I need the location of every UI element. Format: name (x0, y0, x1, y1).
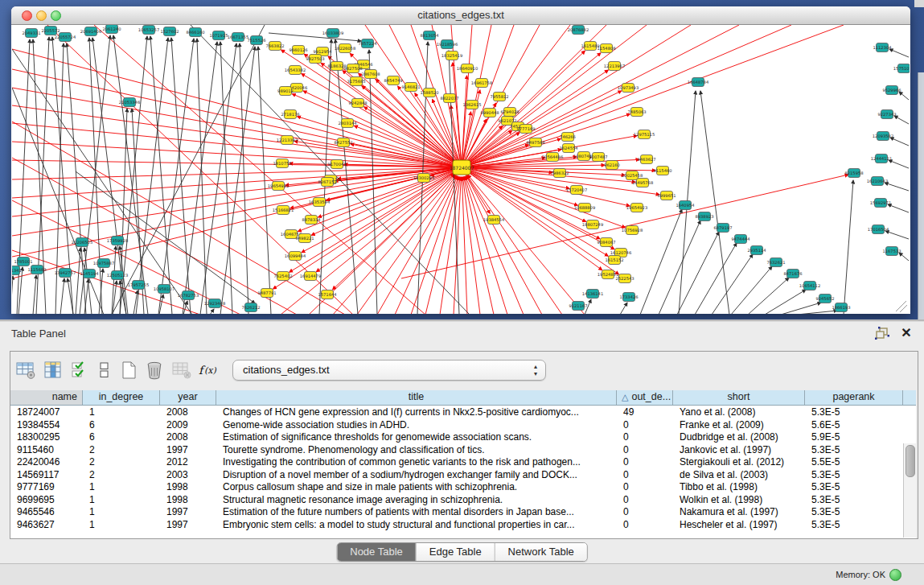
graph-node[interactable]: 1115683 (27, 266, 46, 274)
graph-node[interactable]: 2061240 (102, 25, 121, 34)
citation-edge[interactable] (677, 232, 719, 314)
graph-node[interactable]: 18807249 (582, 220, 603, 229)
column-header-in_degree[interactable]: in_degree (83, 390, 160, 405)
graph-node[interactable]: 22055724 (55, 33, 76, 42)
graph-node[interactable]: 7626212 (241, 303, 260, 312)
graph-node[interactable]: 12505123 (107, 271, 128, 280)
graph-node[interactable]: 1866193 (832, 303, 850, 312)
graph-node[interactable]: 2522543 (615, 274, 634, 283)
citation-edge[interactable] (889, 49, 909, 57)
graph-node[interactable]: 1007487 (589, 153, 607, 162)
graph-node[interactable]: 16033809 (322, 29, 343, 38)
citation-edge[interactable] (220, 42, 232, 314)
graph-node[interactable]: 17359928 (107, 237, 128, 245)
table-row[interactable]: 969969511998Structural magnetic resonanc… (10, 493, 916, 506)
citation-edge[interactable] (765, 290, 806, 314)
table-mode-icon[interactable] (15, 360, 38, 381)
graph-node[interactable]: 7955812 (490, 93, 508, 101)
graph-node[interactable]: 19654931 (268, 182, 289, 191)
citation-edge[interactable] (12, 122, 345, 314)
tab-edge-table[interactable]: Edge Table (416, 543, 495, 561)
graph-node[interactable]: 17957255 (128, 281, 149, 290)
graph-node[interactable]: 9463627 (637, 155, 655, 164)
graph-node[interactable]: 17016504 (868, 225, 889, 234)
graph-node[interactable]: 16961758 (471, 79, 492, 88)
graph-node[interactable]: 1640954 (676, 201, 695, 210)
close-panel-icon[interactable]: ✕ (898, 326, 914, 340)
graph-node[interactable]: 16782753 (178, 291, 199, 300)
graph-node[interactable]: 10688809 (574, 204, 595, 212)
resize-grip-icon[interactable] (896, 301, 906, 311)
citation-edge[interactable] (695, 243, 737, 314)
graph-node[interactable]: 8471676 (783, 270, 802, 278)
graph-node[interactable]: 9115460 (653, 167, 671, 175)
citation-edge[interactable] (269, 33, 361, 41)
citation-edge[interactable] (781, 303, 821, 314)
graph-node[interactable]: 2803144 (338, 119, 357, 128)
graph-node[interactable]: 9084067 (597, 238, 615, 247)
citation-edge[interactable] (120, 109, 127, 314)
graph-node[interactable]: 1733426 (619, 293, 638, 302)
table-row[interactable]: 977716911998Corpus callosum shape and si… (10, 480, 916, 493)
citation-edge[interactable] (12, 167, 462, 198)
graph-node[interactable]: 1527602 (160, 27, 179, 36)
table-row[interactable]: 2242004622012Investigating the contribut… (10, 455, 916, 468)
table-row[interactable]: 1456911722003Disruption of a novel membe… (10, 468, 916, 481)
citation-edge[interactable] (333, 175, 455, 314)
citation-edge[interactable] (210, 309, 214, 314)
graph-node[interactable]: 962160 (604, 161, 620, 170)
network-window-titlebar[interactable]: citations_edges.txt (11, 6, 910, 25)
graph-node[interactable]: 8454749 (384, 76, 402, 85)
graph-node[interactable]: 1154808 (597, 44, 615, 53)
new-column-icon[interactable] (118, 360, 141, 381)
citation-edge[interactable] (797, 311, 837, 314)
graph-node[interactable]: 1071915 (209, 31, 228, 40)
citation-edge[interactable] (748, 278, 789, 314)
graph-node[interactable]: 10975887 (93, 259, 114, 268)
citation-edge[interactable] (889, 160, 909, 168)
citation-edge[interactable] (395, 176, 458, 314)
graph-node[interactable]: 16543382 (285, 66, 306, 75)
graph-node[interactable]: 19384554 (483, 216, 505, 225)
graph-node[interactable]: 12213393 (277, 136, 298, 145)
graph-node[interactable]: 15692971 (870, 199, 891, 208)
graph-node[interactable]: 2867608 (361, 70, 380, 79)
citation-edge[interactable] (183, 42, 217, 314)
hub-graph-node[interactable]: 18724007 (450, 160, 474, 175)
graph-node[interactable]: 15720407 (566, 186, 587, 195)
graph-node[interactable]: 16495768 (632, 179, 653, 187)
graph-node[interactable]: 10653257 (138, 26, 159, 35)
table-row[interactable]: 1938455462009Genome-wide association stu… (10, 418, 916, 431)
citation-edge[interactable] (899, 253, 909, 261)
citation-edge[interactable] (60, 278, 64, 314)
graph-node[interactable]: 7485063 (627, 108, 646, 117)
graph-node[interactable]: 1112304 (873, 43, 892, 52)
citation-edge[interactable] (76, 248, 80, 314)
graph-node[interactable]: 12444121 (871, 154, 892, 163)
graph-node[interactable]: 2935114 (747, 246, 766, 255)
graph-node[interactable]: 9474444 (731, 235, 750, 244)
graph-node[interactable]: 9827503 (306, 55, 324, 64)
graph-node[interactable]: 9121167 (569, 302, 587, 311)
memory-ok-icon[interactable] (889, 569, 901, 581)
citation-edge[interactable] (357, 175, 456, 314)
citation-edge[interactable] (712, 254, 753, 314)
citation-edge[interactable] (885, 231, 909, 239)
graph-node[interactable]: 989012 (277, 87, 294, 96)
graph-node[interactable]: 9529966 (882, 86, 901, 95)
graph-node[interactable]: 1571644 (318, 290, 337, 299)
graph-node[interactable]: 9227343 (877, 110, 896, 119)
column-header-name[interactable]: name (10, 390, 83, 405)
graph-node[interactable]: 10958107 (154, 285, 175, 294)
graph-node[interactable]: 9660126 (289, 46, 307, 55)
column-header-pagerank[interactable]: pagerank (805, 390, 903, 405)
graph-node[interactable]: 1810755 (273, 159, 291, 168)
float-window-icon[interactable] (874, 326, 890, 340)
graph-node[interactable]: 18325419 (441, 51, 462, 60)
graph-node[interactable]: 2049331 (22, 29, 40, 38)
graph-node[interactable]: 18640910 (457, 64, 478, 73)
citation-edge[interactable] (885, 183, 909, 191)
graph-node[interactable]: 8938923 (695, 212, 713, 221)
graph-node[interactable]: 7857224 (358, 39, 377, 48)
graph-node[interactable]: 18226058 (335, 44, 355, 53)
